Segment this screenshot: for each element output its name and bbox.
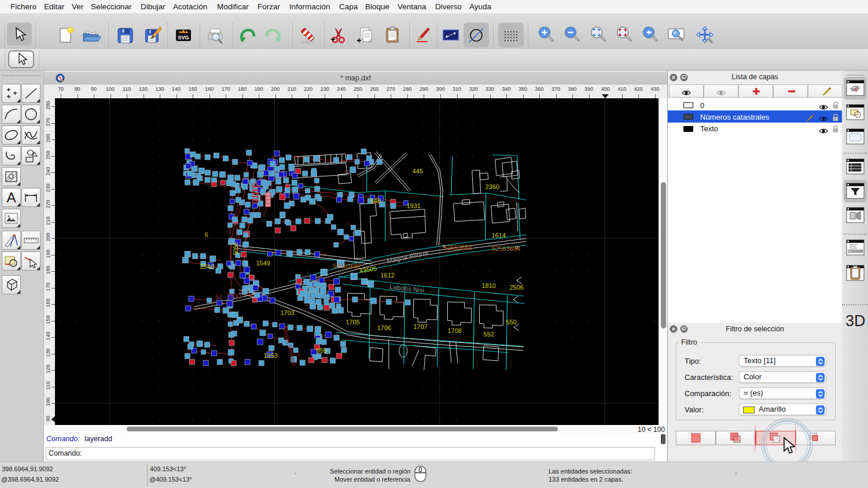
svg-text:2546: 2546 [200,263,214,270]
svg-text:Minim Veniam: Minim Veniam [281,326,298,367]
svg-text:445: 445 [413,168,423,175]
svg-text:1703: 1703 [281,309,295,316]
svg-text:52563692: 52563692 [333,263,361,269]
svg-text:6: 6 [205,232,208,238]
svg-text:1931: 1931 [407,202,421,209]
svg-text:1706: 1706 [377,324,391,331]
svg-text:552: 552 [484,331,494,338]
svg-text:43505: 43505 [359,264,377,274]
svg-text:1612: 1612 [381,272,395,279]
svg-text:1953: 1953 [264,352,278,359]
svg-text:52: 52 [215,293,222,300]
svg-text:1549: 1549 [256,260,270,267]
svg-text:Magna Aliqua: Magna Aliqua [386,248,429,265]
svg-text:1708: 1708 [448,327,462,334]
svg-text:9505: 9505 [232,242,238,256]
svg-text:1810: 1810 [482,282,496,289]
svg-text:1707: 1707 [414,323,428,330]
svg-text:1705: 1705 [346,319,360,326]
svg-text:2230: 2230 [227,293,241,300]
svg-text:548: 548 [370,197,381,204]
svg-text:555: 555 [317,347,327,354]
svg-text:1614: 1614 [492,232,506,239]
svg-text:52563694: 52563694 [492,245,520,252]
svg-text:2360: 2360 [486,183,499,190]
svg-text:c:command: c:command [849,250,863,253]
svg-text:A: A [6,190,16,205]
svg-text:2506: 2506 [510,284,524,291]
svg-text:52563693: 52563693 [443,244,472,251]
svg-text:SVG: SVG [178,35,189,40]
svg-text:550: 550 [506,319,517,326]
